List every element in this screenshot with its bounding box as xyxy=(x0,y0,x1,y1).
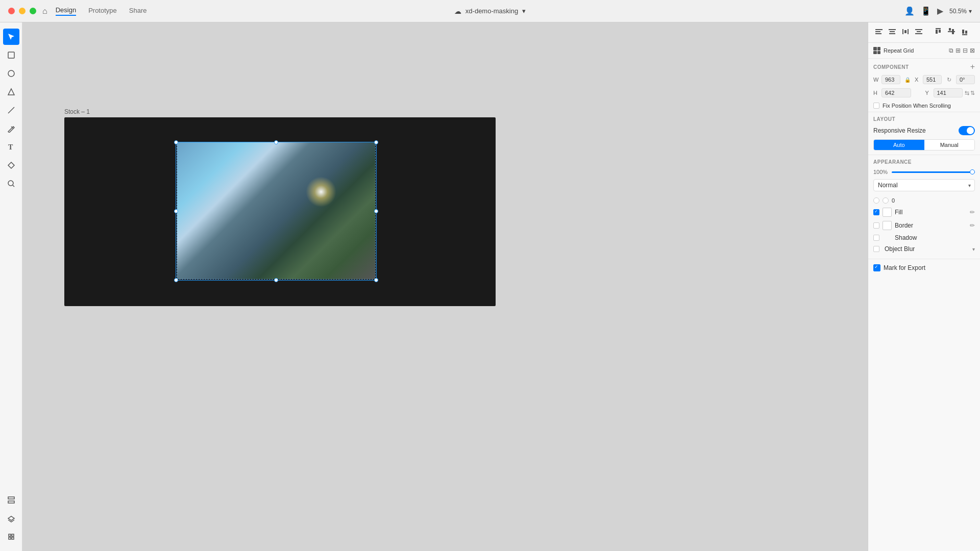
canvas-area[interactable]: Stock – 1 xyxy=(22,22,868,551)
x-label: X xyxy=(915,77,921,83)
y-input[interactable] xyxy=(934,88,963,97)
svg-rect-10 xyxy=(9,537,11,539)
tab-prototype[interactable]: Prototype xyxy=(88,6,117,16)
select-tool[interactable] xyxy=(3,29,19,45)
rg-action-4[interactable]: ⊠ xyxy=(970,47,975,54)
window-controls xyxy=(8,8,36,14)
device-icon[interactable]: 📱 xyxy=(921,6,931,16)
responsive-resize-label: Responsive Resize xyxy=(873,127,926,134)
obj-blur-checkbox[interactable] xyxy=(873,246,879,252)
main-area: T Stock – 1 xyxy=(0,22,980,551)
align-center-v-btn[interactable] xyxy=(887,27,898,38)
align-bottom-btn[interactable] xyxy=(959,27,970,38)
border-color-swatch[interactable] xyxy=(883,221,892,230)
tab-design[interactable]: Design xyxy=(56,6,76,16)
minimize-button[interactable] xyxy=(19,8,26,14)
close-button[interactable] xyxy=(8,8,15,14)
line-tool[interactable] xyxy=(3,102,19,118)
responsive-toggle[interactable] xyxy=(959,126,975,135)
cloud-icon: ☁ xyxy=(454,7,461,15)
fill-row: Fill ✏ xyxy=(873,206,975,219)
appearance-section: APPEARANCE 100% Normal Multiply Screen O… xyxy=(868,155,980,259)
left-toolbar: T xyxy=(0,22,22,551)
more-align-btn[interactable] xyxy=(913,27,924,38)
repeat-grid-label: Repeat Grid xyxy=(884,47,914,54)
shadow-num-checkbox-2[interactable] xyxy=(883,197,889,204)
obj-blur-expand-btn[interactable]: ▾ xyxy=(972,246,975,252)
export-section: Mark for Export xyxy=(868,259,980,277)
shadow-label: Shadow xyxy=(895,234,975,241)
layers-btn[interactable] xyxy=(3,510,19,527)
mark-for-export-checkbox[interactable] xyxy=(873,264,880,271)
flip-horizontal-btn[interactable]: ⇆ xyxy=(965,90,969,96)
svg-rect-22 xyxy=(917,31,921,32)
align-top-btn[interactable] xyxy=(933,27,944,38)
fill-color-swatch[interactable] xyxy=(883,208,892,217)
search-tool[interactable] xyxy=(3,176,19,192)
svg-text:T: T xyxy=(8,143,13,151)
svg-rect-18 xyxy=(902,29,903,34)
pen-tool[interactable] xyxy=(3,120,19,137)
artboard[interactable] xyxy=(64,117,496,306)
appearance-title: APPEARANCE xyxy=(873,159,975,165)
width-input[interactable] xyxy=(881,75,900,84)
user-icon[interactable]: 👤 xyxy=(904,6,915,16)
opacity-slider[interactable] xyxy=(892,171,975,173)
zoom-value: 50.5% xyxy=(949,8,967,15)
shadow-checkbox[interactable] xyxy=(873,235,879,241)
rg-action-2[interactable]: ⊞ xyxy=(955,47,961,54)
ellipse-tool[interactable] xyxy=(3,65,19,82)
play-icon[interactable]: ▶ xyxy=(937,6,943,16)
auto-manual-row: Auto Manual xyxy=(873,139,975,151)
rg-action-3[interactable]: ⊟ xyxy=(963,47,968,54)
align-left-btn[interactable] xyxy=(873,27,885,38)
shadow-num-checkbox-1[interactable] xyxy=(873,197,879,204)
border-checkbox[interactable] xyxy=(873,222,879,229)
building-image xyxy=(177,142,375,279)
component-tool[interactable] xyxy=(3,157,19,173)
text-tool[interactable]: T xyxy=(3,139,19,155)
height-input[interactable] xyxy=(881,88,911,97)
component-label: COMPONENT xyxy=(873,64,909,70)
svg-line-2 xyxy=(8,107,14,113)
repeat-grid-actions: ⧉ ⊞ ⊟ ⊠ xyxy=(949,47,975,54)
home-button[interactable]: ⌂ xyxy=(42,7,47,16)
manual-btn[interactable]: Manual xyxy=(924,140,975,150)
maximize-button[interactable] xyxy=(30,8,36,14)
flip-vertical-btn[interactable]: ⇅ xyxy=(970,90,975,96)
svg-rect-17 xyxy=(889,33,895,34)
repeat-grid-row: Repeat Grid ⧉ ⊞ ⊟ ⊠ xyxy=(868,43,980,59)
blend-mode-select[interactable]: Normal Multiply Screen Overlay xyxy=(873,179,975,191)
svg-point-1 xyxy=(8,70,14,77)
plugins-btn[interactable] xyxy=(3,529,19,545)
layout-section: LAYOUT Responsive Resize Auto Manual xyxy=(868,112,980,155)
zoom-control[interactable]: 50.5% ▾ xyxy=(949,8,972,15)
tab-share[interactable]: Share xyxy=(129,6,147,16)
triangle-tool[interactable] xyxy=(3,84,19,100)
height-y-row: H Y ⇆ ⇅ xyxy=(868,86,980,99)
fix-position-checkbox[interactable] xyxy=(873,103,879,109)
rg-action-1[interactable]: ⧉ xyxy=(949,47,953,54)
svg-rect-23 xyxy=(915,33,922,34)
rotation-input[interactable] xyxy=(956,75,975,84)
image-container[interactable] xyxy=(177,142,376,280)
rotate-icon: ↻ xyxy=(947,77,951,83)
artboard-label: Stock – 1 xyxy=(64,108,90,115)
fill-eyedropper[interactable]: ✏ xyxy=(970,209,975,216)
svg-rect-27 xyxy=(949,28,951,31)
fill-checkbox[interactable] xyxy=(873,209,879,215)
rectangle-tool[interactable] xyxy=(3,47,19,63)
distribute-btn[interactable] xyxy=(900,27,911,38)
x-input[interactable] xyxy=(923,75,942,84)
svg-line-5 xyxy=(13,185,14,187)
project-name: xd-demo-masking xyxy=(465,7,518,15)
fix-position-label: Fix Position When Scrolling xyxy=(883,103,951,109)
layout-title: LAYOUT xyxy=(873,116,975,122)
align-middle-h-btn[interactable] xyxy=(946,27,957,38)
auto-btn[interactable]: Auto xyxy=(874,140,924,150)
add-component-button[interactable]: + xyxy=(970,63,975,71)
assets-panel-btn[interactable] xyxy=(3,492,19,508)
repeat-grid-button[interactable]: Repeat Grid xyxy=(884,47,914,54)
border-eyedropper[interactable]: ✏ xyxy=(970,222,975,229)
svg-point-4 xyxy=(8,181,13,186)
